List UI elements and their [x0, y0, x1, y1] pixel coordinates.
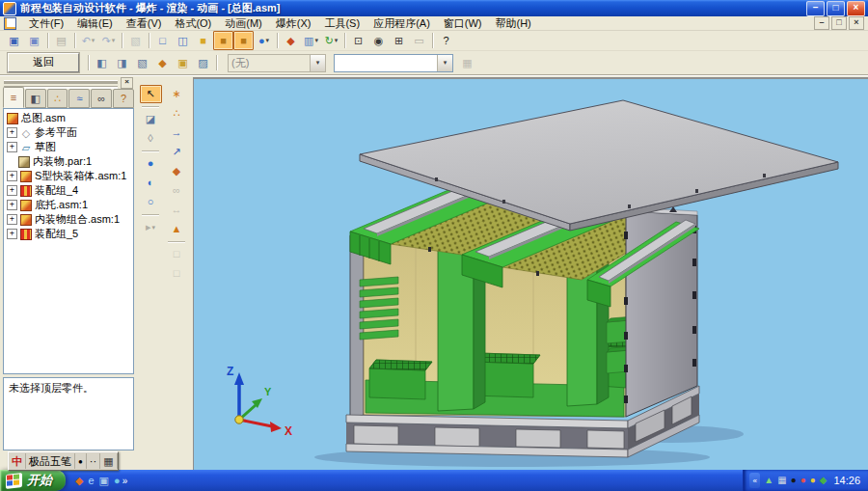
ime-toolbar[interactable]: 中 极品五笔 ● ·· ▦ — [8, 451, 119, 471]
tree-item-2[interactable]: +▱草图 — [4, 140, 133, 154]
start-button[interactable]: 开始 — [0, 470, 66, 491]
chevron-down-icon[interactable]: ▾ — [437, 55, 452, 71]
expand-toggle[interactable]: + — [7, 229, 17, 239]
tray-security-icon[interactable]: ● — [800, 476, 806, 485]
tab-sensors[interactable]: ∞ — [91, 89, 112, 108]
child-close-button[interactable]: × — [849, 16, 864, 30]
chevron-down-icon[interactable]: ▾ — [310, 55, 325, 71]
minimize-button[interactable]: – — [806, 1, 825, 16]
menu-applications[interactable]: 应用程序(A) — [366, 16, 437, 31]
view-wizard-button[interactable]: ▥▾ — [301, 31, 321, 50]
configuration-combo[interactable]: ▾ — [334, 54, 453, 72]
apply-config-button[interactable]: ▦ — [457, 53, 477, 72]
tray-collapse-button[interactable]: « — [749, 473, 760, 488]
explode-auto-button[interactable]: ◧ — [92, 53, 112, 72]
deselect-all-button[interactable]: ◊ — [140, 129, 162, 148]
ime-mode-button[interactable]: ● — [75, 453, 87, 469]
explode-flow-button[interactable]: ▨ — [193, 53, 213, 72]
tray-user-icon[interactable]: ▲ — [764, 476, 773, 485]
tray-network-icon[interactable]: ▦ — [777, 476, 786, 485]
menu-window[interactable]: 窗口(W) — [437, 16, 489, 31]
zoom-button[interactable]: ◉ — [368, 31, 389, 50]
tab-pathfinder[interactable]: ≡ — [3, 87, 24, 108]
previous-view-button[interactable]: ▭ — [409, 31, 429, 50]
wireframe-view-button[interactable]: □ — [152, 31, 173, 50]
menu-edit[interactable]: 编辑(E) — [70, 16, 120, 31]
unbind-group-button[interactable]: ↔ — [166, 201, 188, 219]
common-views-button[interactable]: ◆ — [281, 31, 301, 50]
close-button[interactable]: × — [847, 1, 865, 16]
menu-animation[interactable]: 动画(M) — [218, 16, 269, 31]
render-session-button[interactable]: ■ — [233, 31, 254, 50]
save-button[interactable]: ▣ — [4, 31, 24, 50]
tray-qq-icon[interactable]: ● — [791, 476, 797, 485]
tab-library[interactable]: ◧ — [25, 89, 46, 108]
expand-toggle[interactable]: + — [7, 127, 17, 138]
ime-punct-button[interactable]: ·· — [87, 453, 100, 469]
tray-antivirus-icon[interactable]: ◆ — [820, 476, 827, 485]
move-part-button[interactable]: → — [166, 123, 188, 142]
shaded-edges-sphere-button[interactable]: ◐ — [140, 174, 162, 192]
taskbar-clock[interactable]: 14:26 — [833, 475, 860, 486]
explode-unexplode-button[interactable]: ◨ — [112, 53, 132, 72]
refresh-view-button[interactable]: ↻▾ — [321, 31, 341, 50]
return-button[interactable]: 返回 — [8, 53, 79, 72]
viewport-3d[interactable]: Z Y X — [193, 77, 868, 470]
more-tools-button[interactable]: ▸▾ — [140, 218, 162, 236]
child-minimize-button[interactable]: – — [814, 16, 829, 30]
panel-grip-handle[interactable] — [4, 80, 118, 87]
panel-close-button[interactable]: × — [121, 77, 133, 89]
tab-layers[interactable]: ≈ — [68, 89, 90, 108]
undo-button[interactable]: ↶▾ — [78, 31, 98, 50]
tree-item-0[interactable]: 总图.asm — [4, 111, 133, 125]
reposition-part-button[interactable]: ◆ — [166, 162, 188, 180]
view-orientation-button[interactable]: ●▾ — [254, 31, 274, 50]
quicklaunch-browser[interactable]: ● — [114, 476, 121, 486]
bind-group-button[interactable]: ∞ — [166, 181, 188, 200]
redo-button[interactable]: ↷▾ — [98, 31, 119, 50]
menu-format[interactable]: 格式(O) — [168, 16, 218, 31]
option-box-1-button[interactable]: □ — [166, 245, 188, 263]
print-button[interactable]: ▤ — [51, 31, 71, 50]
quicklaunch-internet-explorer[interactable]: e — [88, 476, 94, 486]
expand-toggle[interactable]: + — [7, 200, 17, 210]
restore-button[interactable]: □ — [827, 1, 845, 16]
tree-item-4[interactable]: +S型快装箱体.asm:1 — [4, 169, 133, 183]
expand-toggle[interactable]: + — [7, 185, 17, 196]
menu-file[interactable]: 文件(F) — [22, 16, 70, 31]
tray-update-icon[interactable]: ● — [810, 476, 816, 485]
tab-help[interactable]: ? — [113, 89, 134, 108]
explode-mode-combo[interactable]: (无) ▾ — [228, 54, 326, 72]
quick-launch-overflow-button[interactable]: » — [122, 476, 128, 486]
document-icon[interactable] — [4, 17, 16, 30]
hidden-edge-view-button[interactable]: ◫ — [173, 31, 193, 50]
tree-item-6[interactable]: +底托.asm:1 — [4, 198, 133, 212]
auto-explode-button[interactable]: ∗ — [166, 85, 188, 103]
expand-toggle[interactable]: + — [7, 171, 17, 181]
quicklaunch-show-desktop[interactable]: ▣ — [99, 476, 109, 486]
explode-drag-button[interactable]: ◆ — [152, 53, 173, 72]
ime-keyboard-icon[interactable]: ▦ — [100, 453, 117, 469]
ime-language-button[interactable]: 中 — [9, 453, 26, 469]
save-as-button[interactable]: ▣ — [24, 31, 44, 50]
tree-item-7[interactable]: +内装物组合.asm:1 — [4, 212, 133, 227]
import-doc-button[interactable]: ▧ — [125, 31, 146, 50]
model-canvas[interactable]: Z Y X — [194, 79, 868, 470]
help-select-button[interactable]: ? — [436, 31, 456, 50]
explode-bind-button[interactable]: ▧ — [132, 53, 152, 72]
option-box-2-button[interactable]: □ — [166, 264, 188, 283]
explode-settings-button[interactable]: ▣ — [173, 53, 193, 72]
expand-toggle[interactable]: + — [7, 142, 17, 152]
tree-item-1[interactable]: +◇参考平面 — [4, 125, 133, 140]
zoom-area-button[interactable]: ⊡ — [348, 31, 368, 50]
quicklaunch-media-player[interactable]: ◆ — [75, 476, 83, 486]
tree-item-3[interactable]: 内装物.par:1 — [4, 154, 133, 169]
menu-view[interactable]: 查看(V) — [120, 16, 169, 31]
select-options-button[interactable]: ◪ — [140, 110, 162, 128]
menu-help[interactable]: 帮助(H) — [489, 16, 538, 31]
menu-explode[interactable]: 爆炸(X) — [269, 16, 318, 31]
tree-item-5[interactable]: +装配组_4 — [4, 183, 133, 198]
collapse-explode-button[interactable]: ▲ — [166, 220, 188, 238]
expand-toggle[interactable]: + — [7, 214, 17, 225]
tab-family[interactable]: ∴ — [47, 89, 68, 108]
